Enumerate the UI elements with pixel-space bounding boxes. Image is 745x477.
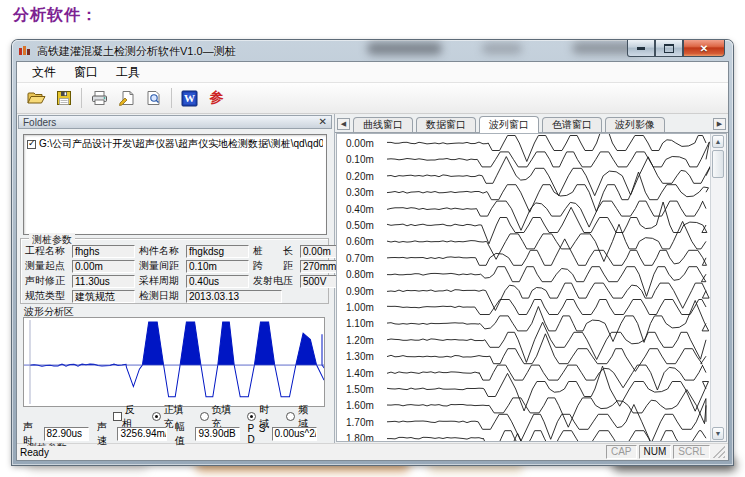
- menu-item-2[interactable]: 工具: [107, 62, 149, 83]
- param-field[interactable]: 0.00m: [72, 260, 135, 273]
- domain-radio[interactable]: [247, 412, 256, 421]
- app-window-icon: [19, 45, 33, 56]
- menu-item-0[interactable]: 文件: [23, 62, 65, 83]
- tab-3[interactable]: 色谱窗口: [542, 117, 602, 132]
- depth-label: 0.50m: [346, 220, 374, 231]
- depth-label: 1.60m: [346, 400, 374, 411]
- tab-2[interactable]: 波列窗口: [479, 116, 539, 133]
- wave-traces-svg: [337, 134, 726, 441]
- tab-0[interactable]: 曲线窗口: [353, 117, 413, 132]
- param-field[interactable]: fhgkdsg: [186, 245, 249, 258]
- param-label: 规范类型: [25, 289, 72, 303]
- tab-4[interactable]: 波列影像: [605, 117, 665, 132]
- open-file-button[interactable]: [23, 86, 50, 111]
- wave-trace-row-18: [387, 431, 706, 441]
- wave-list-area[interactable]: 0.00m0.10m0.20m0.30m0.40m0.50m0.60m0.70m…: [336, 133, 727, 442]
- tab-scroll-right-icon[interactable]: ▶: [713, 118, 726, 130]
- depth-label: 0.30m: [346, 187, 374, 198]
- status-bar: Ready CAPNUMSCRL: [17, 443, 728, 460]
- save-file-button[interactable]: [50, 86, 77, 111]
- folders-list[interactable]: G:\公司产品设计开发\超声仪器\超声仪实地检测数据\测桩\qd\qd03\qd…: [23, 134, 327, 235]
- readout-field[interactable]: 82.90us: [44, 427, 89, 441]
- parameters-button[interactable]: 参: [203, 86, 230, 111]
- minimize-button[interactable]: [627, 40, 655, 57]
- scroll-up-icon[interactable]: ▲: [712, 135, 724, 148]
- readout-fields: 声 时82.90us声 速3256.94m/s幅 值93.90dBP S D0.…: [23, 426, 325, 441]
- domain-radio[interactable]: [286, 412, 295, 421]
- window-client-area: 文件窗口工具: [16, 61, 729, 461]
- word-icon: W: [181, 90, 198, 107]
- param-field[interactable]: 0.10m: [186, 260, 249, 273]
- param-field[interactable]: 0.40us: [186, 275, 249, 288]
- depth-label: 1.00m: [346, 302, 374, 313]
- depth-label: 0.80m: [346, 269, 374, 280]
- depth-label: 0.00m: [346, 138, 374, 149]
- depth-label: 0.60m: [346, 236, 374, 247]
- depth-label: 1.10m: [346, 318, 374, 329]
- folders-panel-title: Folders: [23, 117, 56, 128]
- waveform-analysis-chart[interactable]: [23, 317, 325, 407]
- analysis-wave-positive-fill: [30, 322, 324, 365]
- wave-trace-row-14: [387, 365, 706, 390]
- left-panel: Folders ✕ G:\公司产品设计开发\超声仪器\超声仪实地检测数据\测桩\…: [17, 114, 334, 443]
- folder-checkbox[interactable]: [27, 140, 36, 149]
- param-field[interactable]: 2013.03.13: [186, 290, 282, 303]
- param-field[interactable]: 11.30us: [72, 275, 135, 288]
- vertical-scrollbar[interactable]: ▲ ▼: [710, 134, 726, 441]
- param-field[interactable]: 建筑规范: [72, 290, 135, 303]
- tab-scroll-left-icon[interactable]: ◀: [337, 118, 350, 130]
- wave-trace-row-4: [387, 201, 706, 230]
- print-preview-button[interactable]: [140, 86, 167, 111]
- app-window: 高铁建灌混凝土检测分析软件V1.0—测桩 ✕ 文件窗口工具: [12, 40, 733, 465]
- maximize-button[interactable]: [655, 40, 683, 57]
- param-label: 声时修正: [25, 274, 72, 288]
- resize-grip[interactable]: [713, 446, 725, 458]
- menu-item-1[interactable]: 窗口: [65, 62, 107, 83]
- wave-trace-row-10: [387, 300, 706, 315]
- wave-trace-row-7: [387, 239, 707, 265]
- folders-panel-header[interactable]: Folders ✕: [18, 115, 332, 129]
- close-button[interactable]: ✕: [683, 40, 725, 57]
- status-scrl: SCRL: [673, 445, 710, 459]
- main-area: Folders ✕ G:\公司产品设计开发\超声仪器\超声仪实地检测数据\测桩\…: [17, 114, 728, 443]
- report-page-icon: [118, 90, 135, 106]
- readout-field[interactable]: 3256.94m/s: [117, 427, 167, 441]
- depth-label: 1.40m: [346, 368, 374, 379]
- readout-label: 声 速: [97, 420, 115, 448]
- print-button[interactable]: [86, 86, 113, 111]
- depth-label: 1.30m: [346, 351, 374, 362]
- param-label: 发射电压: [253, 274, 300, 288]
- desktop-background: 分析软件： 高铁建灌混凝土检测分析软件V1.0—测桩 ✕ 文件窗口工具: [0, 0, 745, 477]
- depth-label: 1.50m: [346, 384, 374, 395]
- depth-label: 0.70m: [346, 253, 374, 264]
- param-row: 规范类型建筑规范检测日期2013.03.13: [25, 289, 325, 303]
- folders-close-icon[interactable]: ✕: [319, 117, 327, 127]
- fill-radio[interactable]: [152, 412, 161, 421]
- readout-field[interactable]: 0.00us^2/m: [272, 427, 317, 441]
- window-title: 高铁建灌混凝土检测分析软件V1.0—测桩: [37, 44, 236, 59]
- word-export-button[interactable]: W: [176, 86, 203, 111]
- toolbar-separator: [81, 88, 82, 108]
- tab-strip: ◀ 曲线窗口数据窗口波列窗口色谱窗口波列影像 ▶: [335, 114, 728, 133]
- menu-bar: 文件窗口工具: [17, 62, 728, 83]
- param-label: 测量起点: [25, 259, 72, 273]
- printer-icon: [91, 90, 108, 106]
- param-label: 构件名称: [139, 244, 186, 258]
- parameters-icon: 参: [210, 89, 224, 107]
- scrollbar-thumb[interactable]: [712, 150, 724, 178]
- readout-label: P S D: [248, 423, 269, 445]
- readout-field[interactable]: 93.90dB: [195, 427, 239, 441]
- param-label: 工程名称: [25, 244, 72, 258]
- scroll-down-icon[interactable]: ▼: [712, 427, 724, 440]
- param-label: 测量间距: [139, 259, 186, 273]
- page-heading: 分析软件：: [13, 5, 98, 26]
- depth-label: 1.20m: [346, 335, 374, 346]
- fill-radio[interactable]: [200, 412, 209, 421]
- param-field[interactable]: fhghs: [72, 245, 135, 258]
- titlebar-smudge: [482, 43, 522, 54]
- export-report-button[interactable]: [113, 86, 140, 111]
- title-bar[interactable]: 高铁建灌混凝土检测分析软件V1.0—测桩 ✕: [12, 40, 733, 61]
- folder-path: G:\公司产品设计开发\超声仪器\超声仪实地检测数据\测桩\qd\qd03\qd…: [39, 137, 323, 151]
- tab-1[interactable]: 数据窗口: [416, 117, 476, 132]
- folder-list-item[interactable]: G:\公司产品设计开发\超声仪器\超声仪实地检测数据\测桩\qd\qd03\qd…: [27, 137, 323, 151]
